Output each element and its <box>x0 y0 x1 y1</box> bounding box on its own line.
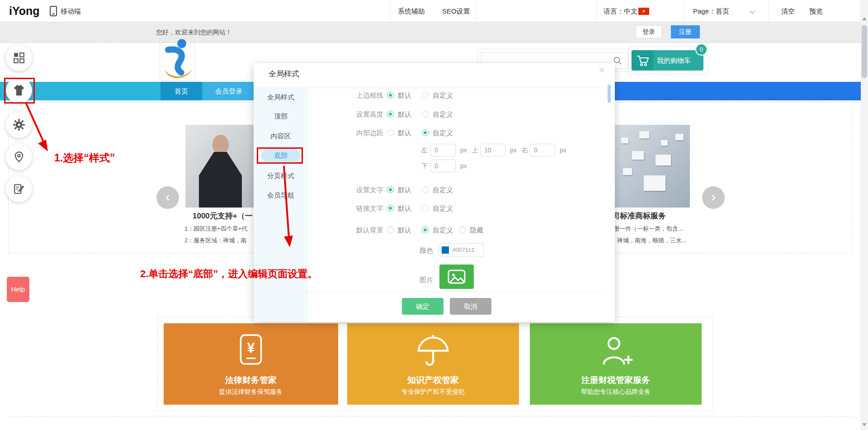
scroll-up-arrow[interactable] <box>862 17 867 20</box>
radio-label[interactable]: 自定义 <box>433 186 453 194</box>
edit-tool-button[interactable] <box>6 176 32 202</box>
modal-footer-divider <box>264 292 604 292</box>
radio-custom[interactable] <box>422 186 429 193</box>
service-subtitle: 专业保护产权不受侵犯 <box>347 388 519 396</box>
system-assist-button[interactable]: 系统辅助 <box>398 7 425 16</box>
close-icon[interactable]: × <box>599 64 605 76</box>
radio-default[interactable] <box>387 129 394 136</box>
scroll-down-arrow[interactable] <box>862 423 867 426</box>
form-label: 默认背景 <box>352 226 383 235</box>
product-image-left[interactable] <box>185 125 255 208</box>
radio-label[interactable]: 自定义 <box>433 110 453 119</box>
cart-label: 我的购物车 <box>657 50 702 71</box>
product-title-right[interactable]: 司标准商标服务 <box>612 211 666 221</box>
annotation-step2: 2.单击选择“底部”，进入编辑页面设置。 <box>140 267 317 281</box>
seo-settings-button[interactable]: SEO设置 <box>442 7 470 16</box>
padding-left-input[interactable] <box>430 144 456 156</box>
padding-bottom-input[interactable] <box>430 160 456 172</box>
modal-nav-content[interactable]: 内容区 <box>254 129 308 143</box>
service-card-legal-finance[interactable]: ¥ 法律财务管家 提供法律财务保驾服务 <box>164 323 338 405</box>
register-button[interactable]: 注册 <box>671 25 700 38</box>
carousel-prev-button[interactable]: ‹ <box>156 186 179 209</box>
radio-default[interactable] <box>387 205 394 212</box>
radio-default[interactable] <box>387 92 394 99</box>
annotation-step1: 1.选择“样式” <box>54 151 115 165</box>
clear-button[interactable]: 清空 <box>781 7 795 16</box>
section-divider <box>8 416 853 416</box>
radio-label[interactable]: 默认 <box>398 226 411 235</box>
mobile-toggle[interactable]: 移动端 <box>61 7 81 16</box>
product-title-left[interactable]: 1000元支持+（一 <box>193 211 253 221</box>
modal-title: 全局样式 <box>269 69 299 79</box>
image-icon <box>448 269 466 284</box>
photo-figure <box>199 152 242 208</box>
radio-default[interactable] <box>387 111 394 118</box>
radio-label[interactable]: 隐藏 <box>470 226 483 235</box>
padding-right-input[interactable] <box>530 144 555 156</box>
radio-custom[interactable] <box>422 205 429 212</box>
padding-bottom-label: 下 <box>421 162 428 170</box>
radio-hide[interactable] <box>459 227 466 233</box>
editor-screen: iYong 移动端 系统辅助 SEO设置 语言：中文 ★ Page：首页 清空 … <box>0 0 868 430</box>
radio-label[interactable]: 自定义 <box>433 129 453 137</box>
site-navbar-right <box>615 82 861 100</box>
mobile-icon <box>50 6 57 16</box>
px-unit: px <box>560 146 566 154</box>
radio-custom[interactable] <box>422 111 429 118</box>
color-value: #0071c1 <box>452 246 475 253</box>
px-unit: px <box>510 146 517 154</box>
scrollbar-thumb[interactable] <box>862 25 867 78</box>
modal-nav-top[interactable]: 顶部 <box>254 109 308 123</box>
umbrella-icon <box>415 333 451 369</box>
preview-button[interactable]: 预览 <box>809 7 823 16</box>
product-line: 1：园区注册+四个章+代 <box>184 225 247 233</box>
service-title: 法律财务管家 <box>164 374 338 386</box>
radio-label[interactable]: 默认 <box>398 204 411 213</box>
modal-nav-global-style[interactable]: 全局样式 <box>254 90 308 104</box>
confirm-button[interactable]: 确定 <box>402 298 443 315</box>
cancel-button[interactable]: 取消 <box>450 298 491 315</box>
nav-tab-home[interactable]: 首页 <box>160 82 202 100</box>
padding-top-label: 上 <box>472 146 478 155</box>
radio-label[interactable]: 自定义 <box>433 226 453 235</box>
px-unit: px <box>460 146 467 154</box>
photo-figure <box>212 135 229 154</box>
logo-region[interactable] <box>160 38 195 81</box>
edit-page-icon <box>13 183 25 195</box>
grid-icon <box>13 52 25 64</box>
radio-custom[interactable] <box>422 129 429 136</box>
radio-default[interactable] <box>387 227 394 233</box>
nav-tab-member-login[interactable]: 会员登录 <box>204 82 254 100</box>
yuan-document-icon: ¥ <box>236 333 266 369</box>
radio-default[interactable] <box>387 186 394 193</box>
radio-label[interactable]: 自定义 <box>433 91 453 100</box>
radio-label[interactable]: 默认 <box>398 110 411 119</box>
modules-tool-button[interactable] <box>6 45 32 71</box>
color-swatch[interactable] <box>442 246 449 254</box>
carousel-next-button[interactable]: › <box>702 186 725 209</box>
language-selector[interactable]: 语言：中文 <box>604 7 637 16</box>
radio-label[interactable]: 默认 <box>398 91 411 100</box>
radio-custom[interactable] <box>422 227 429 233</box>
service-subtitle: 帮助您专注核心品牌业务 <box>530 388 702 396</box>
service-card-ip[interactable]: 知识产权管家 专业保护产权不受侵犯 <box>347 323 519 405</box>
radio-custom[interactable] <box>422 92 429 99</box>
cart-icon <box>636 54 649 67</box>
cart-button[interactable]: 我的购物车 <box>632 50 703 71</box>
page-selector[interactable]: Page：首页 <box>693 7 729 16</box>
service-card-tax[interactable]: 注册财税管家服务 帮助您专注核心品牌业务 <box>530 323 702 405</box>
padding-top-input[interactable] <box>480 144 505 156</box>
modal-scrollbar[interactable] <box>608 85 611 103</box>
help-button[interactable]: Help <box>7 277 29 302</box>
welcome-bar <box>0 22 861 43</box>
welcome-text: 您好，欢迎来到您的网站！ <box>156 28 232 37</box>
radio-label[interactable]: 自定义 <box>433 204 453 213</box>
radio-label[interactable]: 默认 <box>398 186 411 194</box>
cart-count-badge: 0 <box>695 43 708 56</box>
radio-label[interactable]: 默认 <box>398 129 411 137</box>
site-logo <box>160 38 194 80</box>
product-image-right[interactable] <box>612 125 690 208</box>
login-button[interactable]: 登录 <box>636 25 662 38</box>
china-flag-icon: ★ <box>638 8 649 15</box>
image-upload-button[interactable] <box>439 265 474 289</box>
